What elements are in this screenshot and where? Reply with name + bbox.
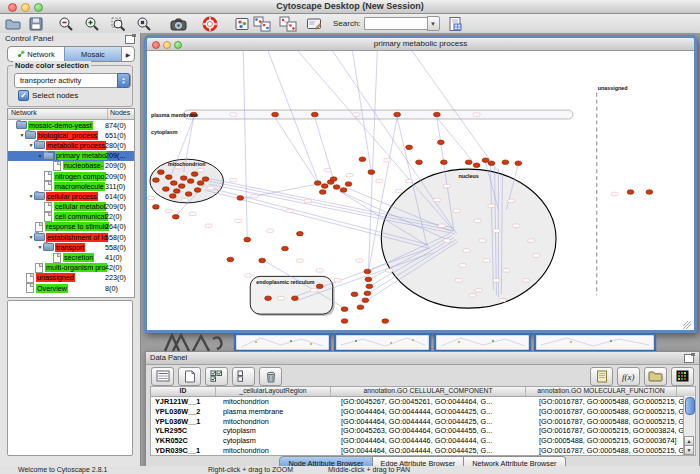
delete-attribute-icon[interactable] [259,367,282,386]
tree-row[interactable]: nitrogen compo209(0) [8,171,134,181]
table-row[interactable]: YDR039C__1mitochondrion[GO:0044464, GO:0… [151,445,695,455]
tree-row[interactable]: ▼metabolic process280(0) [8,140,134,150]
network-node[interactable] [646,190,653,195]
network-node[interactable] [465,160,472,165]
network-node[interactable] [185,192,192,197]
network-node[interactable] [259,258,266,263]
tree-row[interactable]: ▼cellular process614(0) [8,191,134,201]
network-node[interactable] [157,170,164,175]
scrollbar-thumb[interactable] [685,397,695,415]
tree-item-label[interactable]: cellular metabol [54,202,106,211]
network-view-window[interactable]: primary metabolic process [144,35,697,333]
network-node[interactable] [351,292,358,297]
zoom-out-icon[interactable] [57,15,75,32]
resize-grip-icon[interactable] [683,321,691,329]
network-node[interactable] [437,140,444,145]
tree-item-label[interactable]: primary metabo [55,151,107,160]
network-node[interactable] [311,112,318,117]
network-node[interactable] [382,319,389,324]
network-node[interactable] [170,181,177,186]
network-node[interactable] [330,177,337,182]
network-node[interactable] [178,184,185,189]
tree-row[interactable]: response to stimulu264(0) [8,222,134,232]
network-node[interactable] [237,196,244,201]
network-node[interactable] [197,181,204,186]
tree-item-label[interactable]: mosaic-demo-yeast [28,121,93,130]
network-node[interactable] [416,160,423,165]
network-node[interactable] [316,284,323,289]
tree-row[interactable]: multi-organism pro42(0) [8,263,134,273]
network-node[interactable] [406,145,413,150]
network-node[interactable] [265,296,272,301]
table-row[interactable]: YPL036W__2plasma membrane[GO:0044464, GO… [151,407,695,417]
table-row[interactable]: YLR295Ccytoplasm[GO:0045263, GO:0044464,… [151,426,695,436]
float-data-panel-icon[interactable] [684,354,694,363]
annotations-icon[interactable] [305,15,323,32]
node-color-attribute-select[interactable]: transporter activity ▲▼ [14,73,131,88]
network-node[interactable] [172,215,179,220]
take-snapshot-icon[interactable] [169,15,187,32]
fit-content-icon[interactable] [135,15,153,32]
network-node[interactable] [180,176,187,181]
network-node[interactable] [359,157,366,162]
network-node[interactable] [227,257,234,262]
table-scrollbar[interactable]: ▲ ▼ [683,396,695,455]
network-node[interactable] [282,246,289,251]
search-input[interactable] [364,17,427,30]
network-node[interactable] [292,296,299,301]
search-dropdown-icon[interactable]: ▼ [427,16,440,31]
save-session-icon[interactable] [27,15,45,32]
network-canvas[interactable]: plasma membrane cytoplasm mitochondrion … [147,51,694,330]
network-node[interactable] [502,160,509,165]
network-node[interactable] [364,269,371,274]
table-row[interactable]: YJR121W__1mitochondrion[GO:0045267, GO:0… [151,397,695,407]
tree-row[interactable]: cell communicat22(0) [8,212,134,222]
network-node[interactable] [321,184,328,189]
network-node[interactable] [357,305,364,310]
show-graphics-details-icon[interactable] [233,15,251,32]
network-node[interactable] [364,291,371,296]
tree-row[interactable]: ▼transport558(0) [8,242,134,252]
network-node[interactable] [296,231,303,236]
network-node[interactable] [333,185,340,190]
unselect-all-attributes-icon[interactable] [232,367,255,386]
tree-row[interactable]: cellular metabol209(0) [8,202,134,212]
tree-row[interactable]: ▼establishment of lo558(0) [8,232,134,242]
tree-item-label[interactable]: nucleobase- [63,161,104,170]
tabs-overflow-arrow-icon[interactable]: ▶ [122,47,134,61]
network-node[interactable] [368,170,375,175]
tree-item-label[interactable]: metabolic process [46,141,106,150]
tree-item-label[interactable]: nitrogen compo [54,172,106,181]
search-options-icon[interactable] [446,15,464,32]
tree-row[interactable]: mosaic-demo-yeast874(0) [8,120,134,130]
network-node[interactable] [362,298,369,303]
network-node[interactable] [366,284,373,289]
network-node[interactable] [473,163,480,168]
tree-row[interactable]: nucleobase-209(0) [8,161,134,171]
network-node[interactable] [173,189,180,194]
table-row[interactable]: YKR052Ccytoplasm[GO:0044464, GO:0044446,… [151,436,695,446]
import-attributes-icon[interactable] [590,367,613,386]
network-node[interactable] [345,182,352,187]
network-node[interactable] [202,177,209,182]
tree-item-label[interactable]: Overview [36,284,68,293]
network-node[interactable] [314,181,321,186]
network-node[interactable] [515,161,522,166]
network-node[interactable] [319,190,326,195]
tree-item-label[interactable]: response to stimulu [45,222,109,231]
zoom-selected-region-icon[interactable] [109,15,127,32]
column-header[interactable]: annotation.GO CELLULAR_COMPONENT [331,387,526,396]
select-all-attributes-icon[interactable] [205,367,228,386]
network-node[interactable] [272,112,279,117]
tree-item-label[interactable]: unassigned [36,273,75,282]
tree-item-label[interactable]: multi-organism pro [45,263,107,272]
network-node[interactable] [482,158,489,163]
network-node[interactable] [169,194,176,199]
network-node[interactable] [165,175,172,180]
tree-row[interactable]: Overview8(0) [8,283,134,293]
tree-col-network[interactable]: Network [8,109,108,119]
tree-item-label[interactable]: transport [55,243,85,252]
tree-item-label[interactable]: cell communicat [54,212,108,221]
network-node[interactable] [162,187,169,192]
tree-row[interactable]: secretion41(0) [8,252,134,262]
